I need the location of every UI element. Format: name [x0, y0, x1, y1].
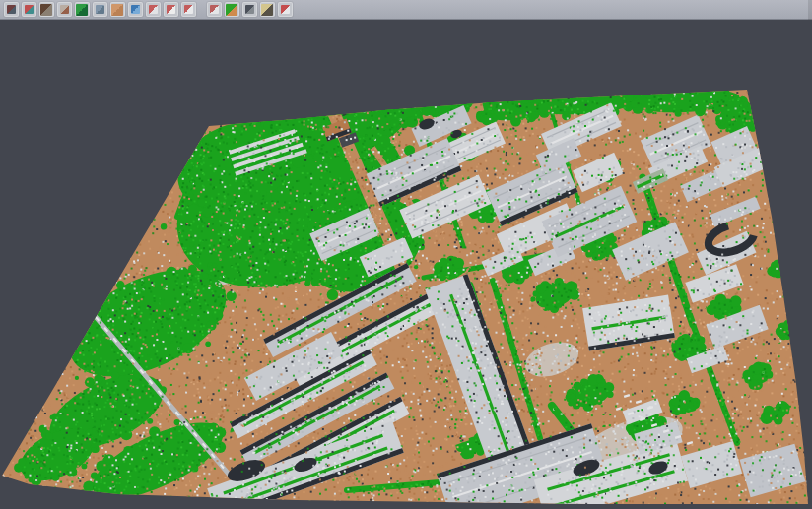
window-right-edge: [808, 0, 812, 20]
red-ring-select-icon[interactable]: [207, 2, 222, 17]
red-teal-points-icon[interactable]: [22, 2, 36, 17]
toolbar-icon-glyph: [281, 5, 290, 14]
blue-column-icon[interactable]: [93, 2, 107, 17]
toolbar-icon-glyph: [261, 4, 273, 16]
ground-square-icon[interactable]: [110, 2, 125, 17]
red-cube-icon[interactable]: [4, 2, 19, 17]
toolbar-icon-glyph: [60, 5, 69, 14]
red-circle-icon[interactable]: [164, 2, 178, 17]
red-badge-icon[interactable]: [278, 2, 293, 17]
toolbar-icon-glyph: [25, 5, 34, 14]
viewport-3d-canvas[interactable]: [0, 20, 812, 509]
toolbar: [0, 0, 812, 20]
toolbar-icon-glyph: [210, 5, 219, 14]
toolbar-icon-glyph: [226, 4, 237, 16]
toolbar-icon-glyph: [96, 5, 104, 14]
toolbar-icon-glyph: [131, 5, 140, 14]
green-terrain-icon[interactable]: [75, 2, 90, 17]
toolbar-icon-glyph: [40, 4, 52, 16]
toolbar-icon-glyph: [7, 5, 16, 14]
toolbar-icon-glyph: [111, 4, 123, 16]
toolbar-icon-glyph: [76, 4, 88, 16]
globe-icon[interactable]: [128, 2, 143, 17]
red-list-icon[interactable]: [146, 2, 161, 17]
brown-terrain-icon[interactable]: [39, 2, 54, 17]
flag-tools-icon[interactable]: [260, 2, 275, 17]
toolbar-icon-glyph: [149, 5, 158, 14]
classification-palette-icon[interactable]: [225, 2, 239, 17]
app-window: { "window": { "width": 824, "height": 51…: [0, 0, 812, 509]
classified-points-icon[interactable]: [57, 2, 72, 17]
toolbar-icon-glyph: [167, 5, 175, 14]
toolbar-icon-glyph: [245, 5, 254, 14]
toolbar-icon-glyph: [184, 5, 193, 14]
binoculars-icon[interactable]: [242, 2, 257, 17]
red-brackets-icon[interactable]: [181, 2, 196, 17]
